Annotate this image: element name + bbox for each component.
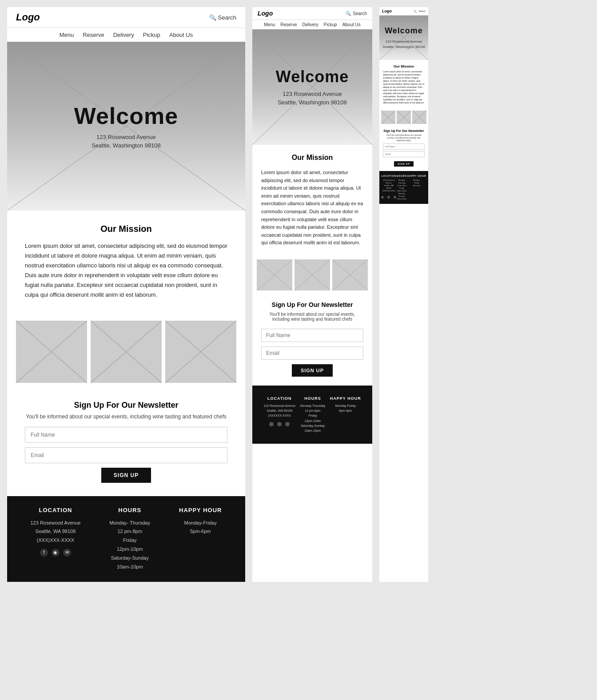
email-input-small[interactable] [383, 151, 425, 157]
svg-line-28 [381, 111, 395, 124]
svg-line-5 [16, 321, 87, 383]
img-2-small [397, 111, 411, 124]
svg-rect-18 [295, 259, 330, 290]
social-icons-small [381, 196, 396, 199]
nav-about-m[interactable]: About Us [342, 22, 361, 27]
svg-rect-6 [91, 321, 162, 383]
search-large[interactable]: 🔍 Search [209, 14, 236, 21]
hero-address-large: 123 Rosewood Avenue Seattle, Washington … [74, 133, 178, 150]
email-icon-s[interactable] [394, 196, 396, 199]
fullname-input-medium[interactable] [261, 329, 363, 342]
svg-line-29 [381, 111, 395, 124]
svg-line-4 [16, 321, 87, 383]
logo-medium: Logo [258, 10, 273, 17]
nav-menu[interactable]: Menu [60, 32, 74, 38]
instagram-icon[interactable]: ◉ [52, 549, 60, 557]
instagram-icon-s[interactable] [387, 196, 390, 199]
search-small[interactable]: 🔍 Search [414, 10, 426, 13]
facebook-icon-s[interactable] [381, 196, 384, 199]
footer-happyhour-large: HAPPY HOUR Monday-Friday 5pm-6pm [179, 507, 222, 572]
nav-reserve[interactable]: Reserve [83, 32, 104, 38]
social-icons-large: f ◉ ✉ [31, 549, 81, 557]
hero-medium: Welcome 123 Rosewood Avenue Seattle, Was… [252, 29, 372, 145]
svg-line-10 [165, 321, 236, 383]
search-medium[interactable]: 🔍 Search [346, 11, 367, 16]
img-3-large [165, 321, 236, 383]
footer-hours-small: HOURS Monday Thursday 12 pm-8pm Friday 1… [397, 175, 407, 200]
nav-about[interactable]: About Us [169, 32, 193, 38]
footer-large: LOCATION 123 Rosewood Avenue Seattle, WA… [7, 496, 245, 582]
nav-links-medium: Menu Reserve Delivery Pickup About Us [252, 20, 372, 29]
nav-menu-m[interactable]: Menu [264, 22, 275, 27]
img-3-medium [332, 259, 368, 290]
nav-pickup[interactable]: Pickup [143, 32, 160, 38]
svg-rect-33 [412, 111, 426, 124]
img-2-medium [295, 259, 330, 290]
footer-hours-medium: HOURS Monday-Thursday 12 pm-8pm Friday 1… [300, 396, 325, 433]
search-icon-s: 🔍 [414, 10, 417, 13]
email-icon-m[interactable] [285, 422, 290, 426]
hero-title-medium: Welcome [276, 68, 349, 86]
svg-line-34 [412, 111, 426, 124]
social-icons-medium [263, 422, 295, 426]
signup-button-large[interactable]: SIGN UP [101, 468, 151, 483]
search-icon: 🔍 [209, 14, 216, 21]
svg-line-31 [397, 111, 411, 124]
nav-delivery[interactable]: Delivery [113, 32, 134, 38]
footer-location-medium: LOCATION 123 Rosewood Avenue Seattle, WA… [263, 396, 295, 433]
facebook-icon[interactable]: f [40, 549, 48, 557]
footer-location-small: LOCATION 123 Rosewood Avenue Seattle, WA… [381, 175, 396, 200]
footer-hours-large: HOURS Monday- Thursday 12 pm-8pm Friday … [109, 507, 150, 572]
hero-address-small: 123 Rosewood Avenue Seattle, Washington … [382, 39, 425, 50]
nav-reserve-m[interactable]: Reserve [280, 22, 297, 27]
img-1-large [16, 321, 87, 383]
email-input-large[interactable] [25, 447, 227, 463]
svg-line-7 [91, 321, 162, 383]
email-input-medium[interactable] [261, 346, 363, 360]
nav-pickup-m[interactable]: Pickup [324, 22, 337, 27]
svg-line-32 [397, 111, 411, 124]
frame-large: Logo 🔍 Search Menu Reserve Delivery Pick… [7, 7, 245, 582]
newsletter-large: Sign Up For Our Newsletter You'll be inf… [7, 390, 245, 496]
signup-button-medium[interactable]: SIGN UP [292, 364, 333, 377]
nav-delivery-m[interactable]: Delivery [302, 22, 318, 27]
hero-content-small: Welcome 123 Rosewood Avenue Seattle, Was… [382, 26, 425, 50]
svg-line-17 [257, 259, 292, 290]
svg-line-35 [412, 111, 426, 124]
svg-rect-30 [397, 111, 411, 124]
signup-button-small[interactable]: SIGN UP [394, 161, 414, 167]
img-1-medium [257, 259, 292, 290]
email-icon[interactable]: ✉ [63, 549, 71, 557]
footer-location-large: LOCATION 123 Rosewood Avenue Seattle, WA… [31, 507, 81, 572]
nav-small: Logo 🔍 Search [379, 7, 428, 16]
instagram-icon-m[interactable] [277, 422, 282, 426]
nav-large: Logo 🔍 Search [7, 7, 245, 28]
footer-medium: LOCATION 123 Rosewood Avenue Seattle, WA… [252, 386, 372, 444]
svg-rect-9 [165, 321, 236, 383]
img-grid-large [7, 314, 245, 390]
img-3-small [412, 111, 426, 124]
newsletter-medium: Sign Up For Our Newsletter You'll be inf… [252, 294, 372, 386]
logo-small: Logo [382, 9, 392, 13]
mission-large: Our Mission Lorem ipsum dolor sit amet, … [7, 211, 245, 314]
hero-address-medium: 123 Rosewood Avenue Seattle, Washington … [276, 90, 349, 107]
svg-rect-21 [332, 259, 368, 290]
svg-rect-3 [16, 321, 87, 383]
svg-line-8 [91, 321, 162, 383]
footer-happyhour-small: HAPPY HOUR Monday- Friday 5pm-6pm [407, 175, 426, 200]
img-grid-small [379, 109, 428, 126]
svg-line-20 [295, 259, 330, 290]
img-2-large [91, 321, 162, 383]
svg-line-19 [295, 259, 330, 290]
svg-rect-27 [381, 111, 395, 124]
svg-line-16 [257, 259, 292, 290]
footer-happyhour-medium: HAPPY HOUR Monday-Friday 5pm-6pm [330, 396, 361, 433]
svg-line-22 [332, 259, 368, 290]
fullname-input-large[interactable] [25, 427, 227, 443]
facebook-icon-m[interactable] [269, 422, 274, 426]
hero-content-medium: Welcome 123 Rosewood Avenue Seattle, Was… [276, 68, 349, 107]
nav-links-large: Menu Reserve Delivery Pickup About Us [7, 28, 245, 42]
hero-title-small: Welcome [382, 26, 425, 36]
hero-title-large: Welcome [74, 103, 178, 129]
hero-large: Welcome 123 Rosewood Avenue Seattle, Was… [7, 42, 245, 211]
